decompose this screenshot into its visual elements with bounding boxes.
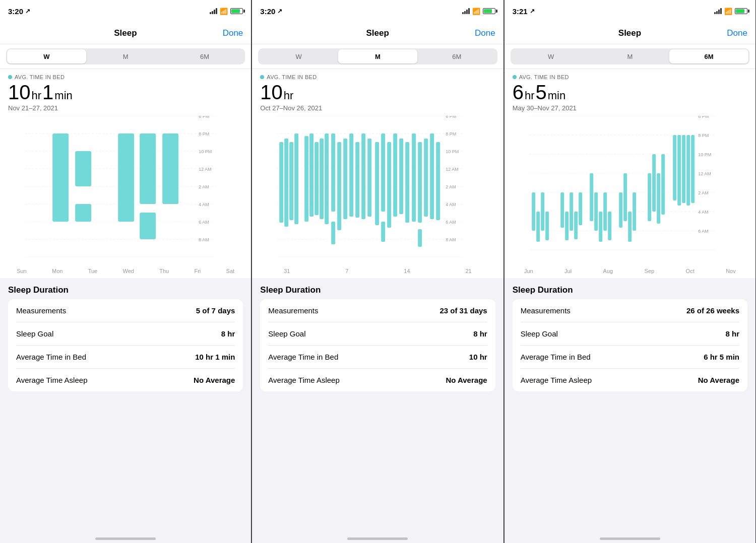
time-display-3: 3:21 [513,7,528,16]
stats-area-2: AVG. TIME IN BED 10hr Oct 27–Nov 26, 202… [252,69,503,116]
signal-icon-3 [714,8,722,14]
home-indicator-2 [347,537,408,540]
scroll-area-2: W M 6M AVG. TIME IN BED 10hr Oct 27–Nov … [252,44,503,543]
stats-area-3: AVG. TIME IN BED 6hr 5min May 30–Nov 27,… [505,69,755,116]
segment-6m-2[interactable]: 6M [417,49,496,63]
svg-rect-65 [412,133,416,222]
chart-area-2: 6 PM 8 PM 10 PM 12 AM 2 AM 4 AM 6 AM 8 A… [252,116,503,267]
x-label-7: 7 [345,268,348,274]
card-avg-asleep-2[interactable]: Average Time Asleep No Average [260,369,495,391]
svg-rect-95 [590,173,593,221]
x-label-21: 21 [465,268,471,274]
chart-svg-1: 6 PM 8 PM 10 PM 12 AM 2 AM 4 AM 6 AM 8 A… [4,116,247,257]
nav-bar-1: Sleep Done [0,22,251,44]
segment-m-1[interactable]: M [86,49,165,63]
svg-rect-50 [331,133,335,212]
card-avg-asleep-3[interactable]: Average Time Asleep No Average [513,369,747,391]
segment-w-1[interactable]: W [7,49,86,63]
svg-rect-62 [393,133,397,217]
section-title-3: Sleep Duration [505,278,755,299]
card-sleep-goal-1[interactable]: Sleep Goal 8 hr [8,322,243,345]
wifi-icon-1: 📶 [220,8,228,15]
done-button-3[interactable]: Done [727,28,747,38]
svg-text:2 AM: 2 AM [698,190,709,195]
battery-icon-1 [230,8,243,14]
svg-rect-18 [75,151,91,186]
svg-rect-88 [541,192,544,231]
segment-container-3: W M 6M [505,44,755,69]
svg-text:6 AM: 6 AM [199,220,209,225]
svg-rect-21 [140,133,156,204]
card-avg-bed-3[interactable]: Average Time in Bed 6 hr 5 min [513,346,747,368]
segment-m-3[interactable]: M [590,49,669,63]
cards-wrapper-2: Measurements 23 of 31 days Sleep Goal 8 … [252,299,503,391]
card-label-avg-asleep-1: Average Time Asleep [16,376,87,384]
svg-text:4 AM: 4 AM [698,210,709,215]
svg-rect-41 [279,142,283,223]
card-sleep-goal-2[interactable]: Sleep Goal 8 hr [260,322,495,345]
svg-rect-103 [633,192,636,231]
svg-rect-45 [304,136,308,222]
x-axis-labels-2: 31 7 14 21 [252,267,503,278]
segment-control-3: W M 6M [511,48,749,64]
location-icon-3: ↗ [530,8,535,15]
svg-rect-64 [405,142,409,223]
segment-6m-1[interactable]: 6M [165,49,244,63]
signal-icon-2 [462,8,470,14]
card-avg-bed-1[interactable]: Average Time in Bed 10 hr 1 min [8,346,243,368]
scroll-area-1: W M 6M AVG. TIME IN BED 10hr 1min Nov 21… [0,44,251,543]
x-label-wed: Wed [123,268,134,274]
card-value-measurements-3: 26 of 26 weeks [686,306,739,315]
done-button-1[interactable]: Done [223,28,243,38]
segment-w-3[interactable]: W [512,49,591,63]
svg-rect-48 [320,139,324,219]
svg-rect-86 [532,192,535,231]
panel-month: 3:20 ↗ 📶 Sleep Done W M 6M [252,0,503,543]
data-cards-2: Measurements 23 of 31 days Sleep Goal 8 … [260,299,495,391]
card-avg-asleep-1[interactable]: Average Time Asleep No Average [8,369,243,391]
svg-rect-109 [677,135,681,206]
segment-container-1: W M 6M [0,44,251,69]
stats-area-1: AVG. TIME IN BED 10hr 1min Nov 21–27, 20… [0,69,251,116]
date-range-2: Oct 27–Nov 26, 2021 [260,104,495,112]
avg-dot-3 [513,75,517,79]
svg-rect-46 [309,133,313,217]
home-indicator-3 [600,537,660,540]
segment-6m-3[interactable]: 6M [669,49,748,63]
svg-rect-47 [314,142,319,215]
section-title-2: Sleep Duration [252,278,503,299]
x-axis-labels-3: Jun Jul Aug Sep Oct Nov [505,267,755,278]
avg-label-2: AVG. TIME IN BED [260,74,495,80]
svg-rect-108 [673,135,676,200]
status-bar-3: 3:21 ↗ 📶 [505,0,755,22]
segment-control-1: W M 6M [6,48,245,64]
segment-w-2[interactable]: W [259,49,338,63]
x-label-jun: Jun [524,268,533,274]
segment-m-2[interactable]: M [338,49,417,63]
chart-svg-3: 6 PM 8 PM 10 PM 12 AM 2 AM 4 AM 6 AM [509,116,751,252]
svg-rect-53 [343,139,347,219]
svg-rect-107 [661,154,665,215]
svg-rect-68 [424,139,428,217]
signal-icon-1 [210,8,217,14]
svg-rect-101 [623,173,627,221]
nav-bar-3: Sleep Done [505,22,755,44]
card-label-avg-bed-1: Average Time in Bed [16,353,86,361]
card-label-measurements-1: Measurements [16,306,66,315]
svg-rect-97 [599,212,602,242]
card-measurements-3[interactable]: Measurements 26 of 26 weeks [513,299,747,322]
main-value-2: 10hr [260,81,495,103]
card-value-avg-asleep-1: No Average [194,376,235,384]
done-button-2[interactable]: Done [475,28,495,38]
svg-rect-102 [628,212,632,242]
card-measurements-2[interactable]: Measurements 23 of 31 days [260,299,495,322]
card-measurements-1[interactable]: Measurements 5 of 7 days [8,299,243,322]
nav-title-2: Sleep [366,28,389,38]
card-value-goal-2: 8 hr [473,329,487,338]
wifi-icon-3: 📶 [724,8,732,15]
card-value-measurements-1: 5 of 7 days [196,306,235,315]
card-sleep-goal-3[interactable]: Sleep Goal 8 hr [513,322,747,345]
panel-week: 3:20 ↗ 📶 Sleep Done W M 6M [0,0,251,543]
svg-rect-54 [349,133,353,217]
card-avg-bed-2[interactable]: Average Time in Bed 10 hr [260,346,495,368]
